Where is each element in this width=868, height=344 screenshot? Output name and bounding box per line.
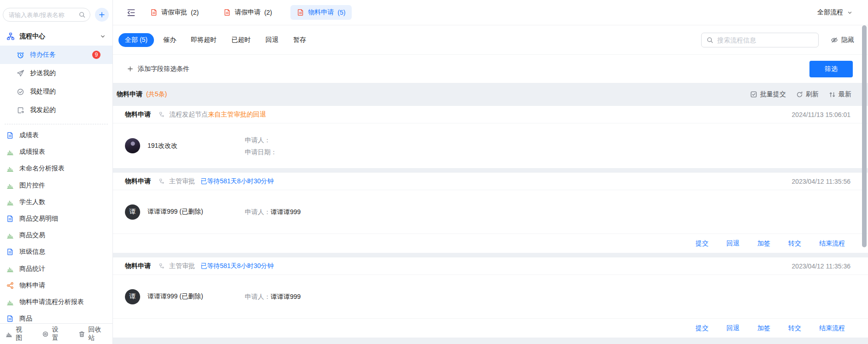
settings-button[interactable]: 设置 (42, 326, 65, 342)
hide-button[interactable]: 隐藏 (831, 36, 854, 44)
sidebar-form-material-flow-report[interactable]: 物料申请流程分析报表 (0, 294, 112, 310)
flow-search-input[interactable] (701, 33, 819, 47)
pill-timed-out[interactable]: 已超时 (226, 33, 256, 47)
sidebar-item-started-by-me[interactable]: 我发起的 (0, 101, 112, 119)
doc-arrow-icon (17, 106, 24, 114)
tab-leave-request[interactable]: 请假申请 (2) (217, 5, 278, 20)
field-label: 申请人： (245, 135, 271, 145)
sidebar-form-trade-detail[interactable]: 商品交易明细 (0, 210, 112, 227)
main-area: 请假审批 (2) 请假申请 (2) 物料申请 (5) 全部流程 (113, 0, 868, 344)
scrollbar[interactable] (862, 25, 867, 247)
sort-label: 最新 (838, 90, 851, 99)
list-title: 物料申请 (117, 90, 142, 99)
recycle-bin-button[interactable]: 回收站 (78, 326, 107, 342)
flow-search (701, 33, 819, 47)
field-row: 申请人： (245, 135, 277, 145)
pill-draft[interactable]: 暂存 (288, 33, 312, 47)
sidebar-item-handled-by-me[interactable]: 我处理的 (0, 82, 112, 101)
add-sign-action[interactable]: 加签 (757, 239, 770, 248)
sidebar-form-product-stats[interactable]: 商品统计 (0, 261, 112, 277)
avatar: 谭 (125, 204, 140, 220)
bar-chart-icon (6, 298, 14, 306)
chevron-down-icon (847, 10, 853, 16)
doc-icon (297, 9, 304, 16)
org-chart-icon (6, 32, 15, 41)
form-label: 班级信息 (19, 248, 45, 256)
sidebar: 流程中心 待办任务 9 抄送我的 我处理的 我发起的 (0, 0, 113, 344)
form-label: 商品交易 (19, 231, 45, 239)
submit-action[interactable]: 提交 (696, 324, 709, 332)
views-button[interactable]: 视图 (6, 326, 28, 342)
collapse-icon (127, 8, 136, 17)
sidebar-form-score-table[interactable]: 成绩表 (0, 127, 112, 144)
pill-all[interactable]: 全部 (5) (118, 33, 154, 47)
divider (5, 124, 108, 124)
return-action[interactable]: 回退 (726, 324, 739, 332)
doc-icon (150, 9, 158, 16)
menu-label: 我处理的 (30, 87, 56, 96)
process-center-header[interactable]: 流程中心 (0, 27, 112, 46)
sidebar-form-class-info[interactable]: 班级信息 (0, 244, 112, 260)
filter-bar-right: 隐藏 (701, 33, 854, 47)
process-card[interactable]: 物料申请 主管审批 已等待581天8小时30分钟 2023/04/12 11:3… (113, 257, 868, 338)
filter-button[interactable]: 筛选 (809, 61, 853, 77)
sidebar-form-student-count[interactable]: 学生人数 (0, 194, 112, 210)
card-actions: 提交 回退 加签 转交 结束流程 (113, 233, 868, 253)
sidebar-form-image-widget[interactable]: 图片控件 (0, 177, 112, 194)
card-timestamp: 2024/11/13 15:06:01 (792, 111, 850, 118)
doc-icon (6, 132, 14, 139)
submit-action[interactable]: 提交 (696, 239, 709, 248)
field-label: 申请日期： (245, 147, 277, 157)
transfer-action[interactable]: 转交 (788, 239, 801, 248)
form-search-input[interactable] (3, 8, 90, 22)
field-row: 申请人： 谭谭谭999 (245, 207, 301, 217)
sidebar-item-todo-tasks[interactable]: 待办任务 9 (0, 46, 112, 64)
end-flow-action[interactable]: 结束流程 (819, 324, 845, 332)
return-action[interactable]: 回退 (726, 239, 739, 248)
pill-returned[interactable]: 回退 (260, 33, 284, 47)
card-header: 物料申请 流程发起节点 来自主管审批的回退 2024/11/13 15:06:0… (113, 106, 868, 123)
form-label: 商品交易明细 (19, 215, 58, 223)
add-sign-action[interactable]: 加签 (757, 324, 770, 332)
refresh-button[interactable]: 刷新 (796, 90, 819, 99)
footer-label: 设置 (52, 326, 65, 342)
pill-about-to-timeout[interactable]: 即将超时 (185, 33, 222, 47)
tab-material-request[interactable]: 物料申请 (5) (290, 5, 352, 20)
sidebar-form-score-report[interactable]: 成绩报表 (0, 144, 112, 160)
process-card[interactable]: 物料申请 主管审批 已等待581天8小时30分钟 2023/04/12 11:3… (113, 173, 868, 253)
sidebar-form-trade[interactable]: 商品交易 (0, 227, 112, 244)
tab-label: 请假审批 (161, 8, 187, 17)
sidebar-form-product[interactable]: 商品 (0, 310, 112, 323)
batch-submit-button[interactable]: 批量提交 (750, 90, 786, 99)
form-list: 成绩表 成绩报表 未命名分析报表 图片控件 学生人数 商品交易明细 商品交易 (0, 125, 112, 323)
sort-latest-button[interactable]: 最新 (829, 90, 851, 99)
card-timestamp: 2023/04/12 11:35:56 (792, 178, 850, 185)
chevron-down-icon[interactable] (100, 33, 106, 40)
flow-node-icon (159, 178, 165, 185)
collapse-sidebar-button[interactable] (127, 8, 136, 17)
add-filter-condition-button[interactable]: 添加字段筛选条件 (127, 65, 189, 73)
card-title: 物料申请 (125, 177, 151, 186)
sidebar-item-cc-to-me[interactable]: 抄送我的 (0, 64, 112, 82)
menu-label: 待办任务 (30, 51, 56, 59)
process-card[interactable]: 物料申请 流程发起节点 来自主管审批的回退 2024/11/13 15:06:0… (113, 106, 868, 168)
person-name: 谭谭谭999 (已删除) (148, 292, 203, 301)
footer-label: 视图 (16, 326, 28, 342)
tab-leave-approval[interactable]: 请假审批 (2) (144, 5, 205, 20)
card-body: 191改改改 申请人： 申请日期： (113, 123, 868, 168)
form-label: 未命名分析报表 (19, 164, 65, 173)
bar-chart-icon (6, 165, 14, 172)
status-pills: 全部 (5) 催办 即将超时 已超时 回退 暂存 (118, 33, 312, 47)
transfer-action[interactable]: 转交 (788, 324, 801, 332)
form-label: 成绩表 (19, 131, 39, 140)
sidebar-form-unnamed-report[interactable]: 未命名分析报表 (0, 160, 112, 177)
refresh-label: 刷新 (806, 90, 819, 99)
flow-node-icon (159, 111, 165, 118)
end-flow-action[interactable]: 结束流程 (819, 239, 845, 248)
flow-scope-dropdown[interactable]: 全部流程 (817, 8, 853, 17)
sidebar-form-material-request[interactable]: 物料申请 (0, 277, 112, 294)
add-form-button[interactable] (95, 8, 109, 22)
pill-urge[interactable]: 催办 (158, 33, 182, 47)
sidebar-search-row (0, 0, 112, 27)
person-name: 191改改改 (148, 142, 177, 150)
